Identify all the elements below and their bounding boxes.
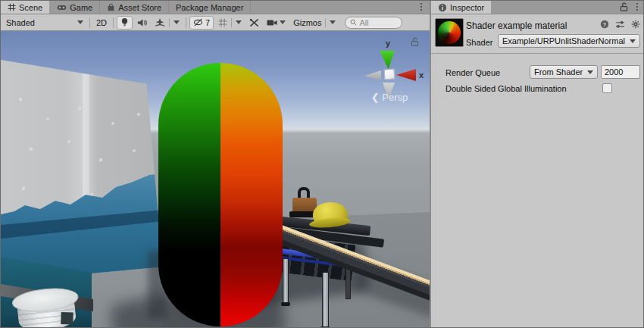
- render-queue-value-field[interactable]: [601, 65, 640, 79]
- toolbar-separator: [89, 17, 90, 28]
- presets-icon[interactable]: [615, 20, 625, 29]
- persp-arrow-icon: ❮: [371, 92, 380, 103]
- axis-y-label: y: [386, 39, 390, 48]
- scene-effects-button[interactable]: [152, 16, 183, 30]
- scene-audio-button[interactable]: [134, 16, 150, 30]
- toolbar-separator: [169, 18, 170, 27]
- toolbar-separator: [186, 17, 186, 28]
- scene-lighting-button[interactable]: [117, 16, 133, 30]
- bucket-label: [61, 312, 73, 325]
- gizmo-center-cube[interactable]: [384, 69, 395, 80]
- chevron-down-icon: [330, 20, 336, 24]
- gamepad-icon: [57, 4, 67, 11]
- lightbulb-icon: [120, 17, 129, 27]
- inspector-tabstrip: Inspector: [431, 1, 644, 14]
- inspector-menu-kebab-icon[interactable]: [633, 3, 641, 11]
- dsgi-checkbox[interactable]: [602, 83, 612, 93]
- tab-package-manager-label: Package Manager: [176, 3, 243, 12]
- hidden-count-label: 7: [205, 18, 210, 27]
- toolbar-separator: [325, 18, 326, 27]
- chevron-down-icon: [280, 20, 286, 24]
- axis-x-label: x: [419, 70, 424, 80]
- speaker-icon: [137, 18, 147, 27]
- shader-label: Shader: [466, 38, 492, 47]
- gizmos-dropdown[interactable]: Gizmos: [290, 16, 339, 30]
- info-icon: [438, 3, 447, 12]
- toggle-2d-label: 2D: [96, 18, 107, 27]
- shader-dropdown-value: Example/URPUnlitShaderNormal: [502, 36, 625, 45]
- bench-foot: [281, 302, 290, 306]
- chevron-down-icon: [174, 20, 180, 24]
- bench-leg: [322, 272, 329, 328]
- gizmos-label: Gizmos: [293, 18, 321, 27]
- grid-visibility-button[interactable]: [215, 16, 245, 30]
- gear-icon[interactable]: [631, 20, 640, 29]
- capsule-left-half: [158, 63, 220, 326]
- render-queue-row: Render Queue From Shader: [431, 65, 644, 80]
- unlock-icon[interactable]: [620, 2, 628, 11]
- shader-capsule[interactable]: [158, 63, 283, 326]
- search-input[interactable]: [359, 18, 394, 27]
- tab-inspector-label: Inspector: [450, 3, 484, 12]
- material-header: Shader example material ? Shader Example…: [431, 14, 644, 54]
- chevron-down-icon: [77, 20, 83, 24]
- capsule-right-half: [220, 63, 283, 326]
- bag-icon: [107, 3, 115, 11]
- chevron-down-icon: [587, 70, 593, 74]
- help-icon[interactable]: ?: [600, 20, 609, 29]
- scene-toolbar: Shaded 2D 7: [1, 14, 430, 31]
- toggle-2d-button[interactable]: 2D: [93, 16, 110, 30]
- svg-text:?: ?: [603, 21, 607, 28]
- inspector-panel: Inspector Shader example material ? Shad…: [431, 1, 644, 328]
- scene-search-field[interactable]: [345, 17, 402, 29]
- toolbar-separator: [231, 18, 232, 27]
- component-tools-button[interactable]: [246, 16, 262, 30]
- inspector-tabbar-controls: [620, 2, 641, 11]
- material-preview-thumbnail[interactable]: [435, 18, 464, 47]
- dsgi-label: Double Sided Global Illumination: [445, 84, 567, 93]
- tab-game-label: Game: [70, 3, 92, 12]
- tab-asset-store[interactable]: Asset Store: [100, 1, 169, 14]
- gizmo-gray-cone-left[interactable]: [364, 70, 381, 81]
- grid-icon: [8, 3, 16, 11]
- orientation-gizmo[interactable]: y x: [355, 39, 428, 114]
- draw-mode-dropdown[interactable]: Shaded: [3, 16, 86, 30]
- tools-icon: [249, 18, 259, 27]
- scene-menu-kebab-icon[interactable]: [417, 3, 425, 11]
- grid-snap-icon: [218, 18, 227, 27]
- render-queue-dropdown[interactable]: From Shader: [530, 65, 598, 79]
- camera-icon: [267, 19, 277, 27]
- shader-dropdown[interactable]: Example/URPUnlitShaderNormal: [498, 34, 640, 48]
- unity-editor-window: Scene Game Asset Store Package Manager S…: [0, 0, 644, 328]
- search-icon: [350, 19, 357, 26]
- scene-tabstrip: Scene Game Asset Store Package Manager: [1, 1, 430, 14]
- gizmo-y-axis-cone[interactable]: [380, 51, 395, 69]
- scene-viewport[interactable]: y x ❮ Persp: [1, 31, 430, 328]
- tab-asset-store-label: Asset Store: [118, 3, 161, 12]
- gizmo-x-axis-cone[interactable]: [396, 69, 416, 81]
- render-queue-label: Render Queue: [445, 68, 500, 77]
- tab-game[interactable]: Game: [50, 1, 100, 14]
- spotted-wall: [1, 60, 163, 289]
- tab-package-manager[interactable]: Package Manager: [169, 1, 251, 14]
- paint-bucket: [6, 285, 86, 328]
- projection-toggle[interactable]: ❮ Persp: [355, 92, 424, 103]
- dsgi-row: Double Sided Global Illumination: [431, 83, 644, 96]
- draw-mode-label: Shaded: [6, 18, 35, 27]
- material-title: Shader example material: [466, 20, 567, 31]
- material-header-icons: ?: [600, 20, 640, 29]
- eye-slash-icon: [193, 18, 203, 27]
- material-preview-sphere: [438, 21, 461, 44]
- persp-label: Persp: [382, 92, 408, 103]
- tab-scene-label: Scene: [19, 3, 42, 12]
- toolbar-separator: [113, 17, 114, 28]
- chevron-down-icon: [236, 20, 242, 24]
- scene-camera-button[interactable]: [264, 16, 289, 30]
- render-queue-mode: From Shader: [534, 67, 583, 77]
- tab-scene[interactable]: Scene: [1, 1, 50, 14]
- scene-visibility-button[interactable]: 7: [189, 16, 214, 30]
- effects-icon: [155, 18, 165, 27]
- tab-inspector[interactable]: Inspector: [431, 1, 492, 14]
- chevron-down-icon: [630, 39, 636, 43]
- gizmo-lock-icon[interactable]: [411, 37, 419, 46]
